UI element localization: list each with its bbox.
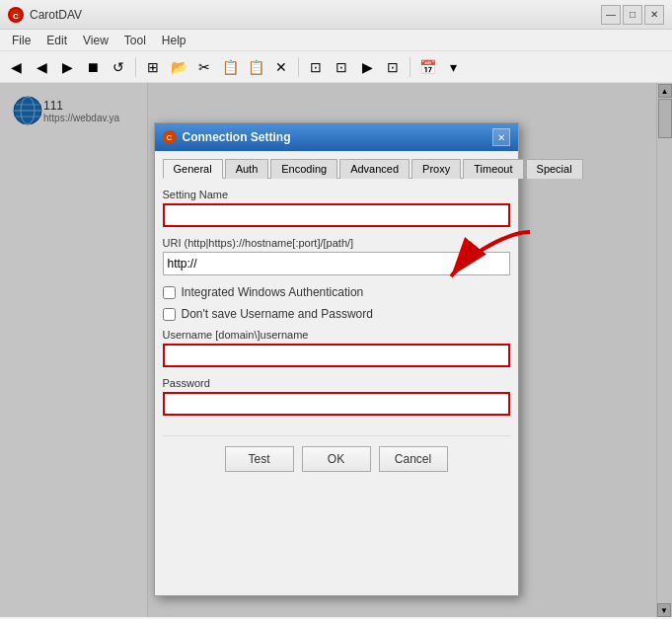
toolbar-download[interactable]: ⊡ (304, 55, 328, 79)
uri-input-container (163, 252, 510, 275)
toolbar-new[interactable]: ⊞ (141, 55, 165, 79)
username-input[interactable] (163, 344, 510, 367)
menu-bar: File Edit View Tool Help (0, 30, 672, 51)
menu-view[interactable]: View (75, 32, 116, 49)
toolbar-sep1 (135, 57, 136, 77)
toolbar-sep3 (410, 57, 411, 77)
toolbar-upload[interactable]: ⊡ (330, 55, 353, 79)
tab-advanced[interactable]: Advanced (339, 159, 410, 179)
toolbar-cut[interactable]: ✂ (192, 55, 216, 79)
menu-file[interactable]: File (4, 32, 38, 49)
toolbar-sep2 (298, 57, 299, 77)
toolbar-dropdown[interactable]: ▾ (441, 55, 465, 79)
tab-proxy[interactable]: Proxy (411, 159, 461, 179)
dialog-icon: C (163, 130, 177, 144)
dialog-title-bar: C Connection Setting ✕ (155, 123, 518, 151)
toolbar: ◀ ◀ ▶ ⏹ ↺ ⊞ 📂 ✂ 📋 📋 ✕ ⊡ ⊡ ▶ ⊡ 📅 ▾ (0, 51, 672, 83)
toolbar-calendar[interactable]: 📅 (415, 55, 439, 79)
toolbar-paste[interactable]: 📋 (244, 55, 267, 79)
app-icon: C (8, 7, 24, 23)
menu-edit[interactable]: Edit (38, 32, 75, 49)
toolbar-open[interactable]: 📂 (167, 55, 190, 79)
dont-save-label: Don't save Username and Password (182, 307, 373, 321)
password-label: Password (163, 377, 510, 389)
toolbar-delete[interactable]: ✕ (269, 55, 293, 79)
maximize-button[interactable]: □ (623, 5, 642, 25)
toolbar-copy[interactable]: 📋 (218, 55, 242, 79)
test-button[interactable]: Test (225, 446, 294, 472)
toolbar-sync[interactable]: ⊡ (381, 55, 405, 79)
tab-bar: General Auth Encoding Advanced Proxy Tim… (163, 159, 510, 179)
tab-auth[interactable]: Auth (225, 159, 269, 179)
setting-name-label: Setting Name (163, 189, 510, 200)
tab-encoding[interactable]: Encoding (270, 159, 337, 179)
minimize-button[interactable]: — (601, 5, 621, 25)
menu-help[interactable]: Help (154, 32, 194, 49)
toolbar-back2[interactable]: ◀ (30, 55, 53, 79)
password-input[interactable] (163, 392, 510, 416)
uri-input[interactable] (163, 252, 510, 275)
uri-group: URI (http|https)://hostname[:port]/[path… (163, 237, 510, 275)
dialog-overlay: C Connection Setting ✕ General Auth Enco… (0, 83, 672, 617)
dialog-close-button[interactable]: ✕ (492, 128, 510, 146)
tab-special[interactable]: Special (526, 159, 583, 179)
app-title: CarotDAV (30, 8, 601, 22)
dont-save-checkbox[interactable] (163, 308, 176, 321)
window-controls: — □ ✕ (601, 5, 664, 25)
tab-general[interactable]: General (163, 159, 223, 179)
password-group: Password (163, 377, 510, 416)
ok-button[interactable]: OK (302, 446, 371, 472)
dialog-footer: Test OK Cancel (163, 435, 510, 482)
svg-text:C: C (13, 11, 19, 20)
username-label: Username [domain\]username (163, 329, 510, 341)
toolbar-refresh[interactable]: ↺ (107, 55, 130, 79)
integrated-auth-checkbox[interactable] (163, 286, 176, 299)
close-button[interactable]: ✕ (644, 5, 664, 25)
menu-tool[interactable]: Tool (116, 32, 154, 49)
cancel-button[interactable]: Cancel (379, 446, 448, 472)
toolbar-play[interactable]: ▶ (355, 55, 379, 79)
connection-dialog: C Connection Setting ✕ General Auth Enco… (154, 122, 519, 596)
integrated-auth-group: Integrated Windows Authentication (163, 285, 510, 299)
dont-save-group: Don't save Username and Password (163, 307, 510, 321)
dialog-content: General Auth Encoding Advanced Proxy Tim… (155, 151, 518, 490)
integrated-auth-label: Integrated Windows Authentication (182, 285, 364, 299)
setting-name-group: Setting Name (163, 189, 510, 227)
main-area: 111 https://webdav.ya ▲ ▼ C Connection S… (0, 83, 672, 617)
title-bar: C CarotDAV — □ ✕ (0, 0, 672, 30)
setting-name-input[interactable] (163, 203, 510, 227)
uri-label: URI (http|https)://hostname[:port]/[path… (163, 237, 510, 249)
tab-timeout[interactable]: Timeout (463, 159, 523, 179)
dialog-title: Connection Setting (183, 130, 492, 144)
username-group: Username [domain\]username (163, 329, 510, 367)
toolbar-forward[interactable]: ▶ (55, 55, 79, 79)
toolbar-back[interactable]: ◀ (4, 55, 28, 79)
toolbar-stop[interactable]: ⏹ (81, 55, 105, 79)
